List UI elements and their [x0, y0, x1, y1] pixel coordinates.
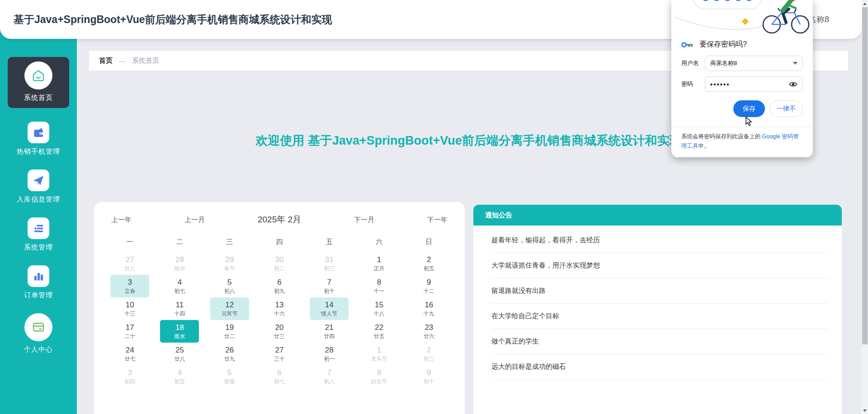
breadcrumb-current: 系统首页 — [132, 56, 159, 65]
show-password-eye-icon[interactable] — [789, 81, 797, 87]
prev-year-button[interactable]: 上一年 — [111, 216, 132, 224]
day-number: 7 — [327, 368, 331, 377]
home-icon — [24, 61, 52, 89]
calendar-day[interactable]: 6初九 — [260, 275, 299, 297]
day-lunar-label: 妇女节 — [371, 378, 387, 385]
calendar-day[interactable]: 9十二 — [410, 275, 448, 297]
day-number: 1 — [377, 345, 381, 355]
calendar-day[interactable]: 11十四 — [160, 297, 199, 320]
day-lunar-label: 廿二 — [224, 333, 235, 340]
notice-item[interactable]: 大学就该抓住青春，用汗水实现梦想 — [491, 253, 828, 278]
sidebar-item-label: 热销手机管理 — [17, 147, 60, 156]
calendar-day[interactable]: 9初十 — [410, 365, 448, 388]
calendar-day[interactable]: 26廿九 — [210, 343, 249, 365]
day-lunar-label: 二十 — [124, 333, 135, 340]
next-month-button[interactable]: 下一月 — [354, 216, 374, 224]
calendar-day[interactable]: 5初八 — [210, 275, 249, 297]
sidebar-item-4[interactable]: 系统管理 — [0, 217, 77, 252]
calendar-day[interactable]: 21廿四 — [310, 320, 349, 343]
day-number: 1 — [377, 255, 381, 264]
username-value: 商家名称8 — [710, 59, 737, 67]
prev-month-button[interactable]: 上一月 — [184, 216, 205, 224]
save-password-button[interactable]: 保存 — [733, 100, 765, 117]
calendar-day[interactable]: 16十九 — [410, 297, 448, 320]
page-scrollbar[interactable] — [862, 0, 868, 414]
day-number: 13 — [275, 300, 284, 310]
sidebar-item-3[interactable]: 入库信息管理 — [0, 169, 77, 204]
day-number: 28 — [325, 345, 334, 355]
password-field[interactable]: •••••• — [705, 76, 803, 92]
calendar-day[interactable]: 2初三 — [410, 343, 448, 365]
sidebar-item-5[interactable]: 订单管理 — [0, 265, 77, 300]
bar-chart-icon — [28, 265, 49, 287]
calendar-day[interactable]: 20廿三 — [260, 320, 299, 343]
never-save-button[interactable]: 一律不 — [769, 100, 803, 117]
calendar-day[interactable]: 28初一 — [310, 343, 349, 365]
username-select[interactable]: 商家名称8 — [705, 56, 803, 71]
calendar-day[interactable]: 19廿二 — [210, 320, 249, 343]
calendar-day[interactable]: 4初五 — [160, 365, 199, 388]
mouse-cursor — [745, 117, 754, 128]
calendar-day[interactable]: 3初四 — [110, 365, 149, 388]
calendar-day[interactable]: 1正月 — [360, 252, 399, 275]
calendar-day[interactable]: 23廿六 — [410, 320, 448, 343]
day-number: 17 — [126, 323, 134, 332]
day-number: 16 — [425, 300, 433, 310]
notice-item[interactable]: 远大的目标是成功的磁石 — [491, 354, 828, 380]
calendar-day[interactable]: 1龙头节 — [360, 343, 399, 365]
calendar-day[interactable]: 3立春 — [110, 275, 149, 297]
weekday-label: 五 — [304, 238, 354, 246]
day-lunar-label: 初十 — [424, 378, 434, 385]
calendar-day[interactable]: 24廿七 — [110, 343, 149, 365]
sidebar-item-6[interactable]: 个人中心 — [0, 313, 77, 354]
calendar-day[interactable]: 13十六 — [260, 297, 299, 320]
next-year-button[interactable]: 下一年 — [427, 216, 448, 224]
notice-item[interactable]: 留退路就没有出路 — [491, 278, 828, 304]
calendar-day[interactable]: 4初七 — [160, 275, 199, 297]
day-lunar-label: 初三 — [424, 355, 434, 362]
calendar-day[interactable]: 27廿八 — [110, 252, 149, 275]
weekday-label: 三 — [205, 238, 255, 246]
sidebar-item-2[interactable]: 热销手机管理 — [0, 122, 77, 156]
calendar-day[interactable]: 31初三 — [310, 252, 349, 275]
dialog-header: 要保存密码吗? — [671, 35, 813, 50]
calendar-day[interactable]: 10十三 — [110, 297, 149, 320]
calendar-day[interactable]: 2初五 — [410, 252, 448, 275]
calendar-day[interactable]: 17二十 — [110, 320, 149, 343]
screen: 系统首页热销手机管理入库信息管理系统管理订单管理个人中心 首页 — 系统首页 欢… — [0, 0, 868, 414]
calendar-day[interactable]: 28除夕 — [160, 252, 199, 275]
breadcrumb-home[interactable]: 首页 — [99, 56, 113, 65]
notice-item[interactable]: 做个真正的学生 — [491, 329, 828, 354]
calendar-day[interactable]: 14情人节 — [310, 297, 349, 320]
calendar-day[interactable]: 29春节 — [210, 252, 249, 275]
day-lunar-label: 情人节 — [321, 310, 337, 317]
notice-header: 通知公告 — [473, 205, 842, 226]
day-lunar-label: 十八 — [374, 310, 385, 317]
scroll-up-arrow-icon[interactable] — [862, 0, 868, 7]
notice-item[interactable]: 趁着年轻，输得起，看得开，去经历 — [491, 228, 828, 253]
app-title: 基于Java+SpringBoot+Vue前后端分离手机销售商城系统设计和实现 — [14, 13, 332, 27]
scroll-down-arrow-icon[interactable] — [862, 407, 868, 414]
notice-list: 趁着年轻，输得起，看得开，去经历大学就该抓住青春，用汗水实现梦想留退路就没有出路… — [473, 226, 842, 380]
day-lunar-label: 廿六 — [424, 333, 434, 340]
scrollbar-thumb[interactable] — [862, 7, 868, 344]
calendar-day[interactable]: 5惊蛰 — [210, 365, 249, 388]
calendar-day[interactable]: 15十八 — [360, 297, 399, 320]
calendar-day[interactable]: 30初二 — [260, 252, 299, 275]
calendar-day[interactable]: 8妇女节 — [360, 365, 399, 388]
calendar-day[interactable]: 6初七 — [260, 365, 299, 388]
calendar-day[interactable]: 8十一 — [360, 275, 399, 297]
day-number: 30 — [275, 255, 284, 264]
day-number: 4 — [178, 368, 182, 377]
sidebar-item-label: 系统管理 — [24, 243, 53, 252]
sidebar-item-1[interactable]: 系统首页 — [8, 57, 69, 108]
calendar-day[interactable]: 27三十 — [260, 343, 299, 365]
password-key-icon — [681, 42, 693, 48]
notice-item[interactable]: 在大学给自己定个目标 — [491, 304, 828, 329]
calendar-day[interactable]: 7初八 — [310, 365, 349, 388]
calendar-day[interactable]: 7初十 — [310, 275, 349, 297]
calendar-day[interactable]: 18雨水 — [160, 320, 199, 343]
calendar-day[interactable]: 22廿五 — [360, 320, 399, 343]
calendar-day[interactable]: 12元宵节 — [210, 297, 249, 320]
calendar-day[interactable]: 25廿八 — [160, 343, 199, 365]
